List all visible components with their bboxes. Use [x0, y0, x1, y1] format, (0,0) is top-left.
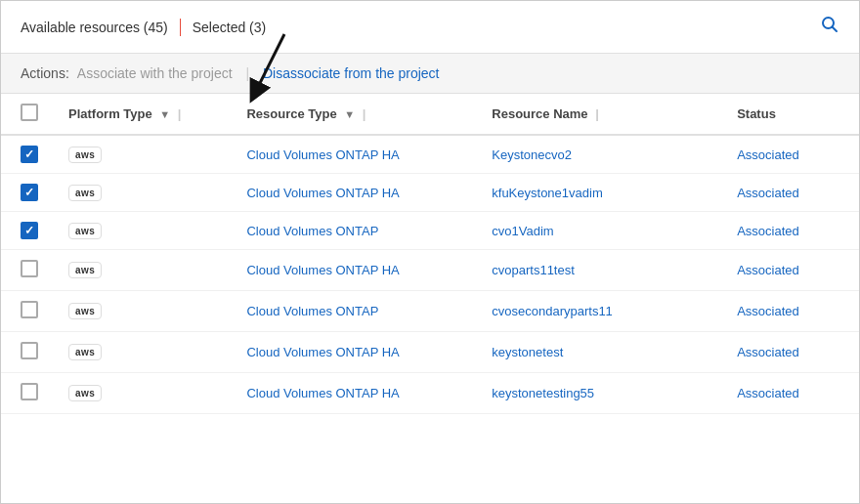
- row-5-status: Associated: [725, 332, 859, 373]
- row-3-resource-name: cvoparts11test: [480, 250, 725, 291]
- svg-line-1: [833, 27, 838, 32]
- col-status-header: Status: [725, 94, 859, 135]
- row-3-checkbox-cell: [1, 250, 57, 291]
- resource-name-label: Resource Name: [492, 106, 587, 121]
- row-4-aws-badge: aws: [68, 303, 102, 319]
- disassociate-link[interactable]: Disassociate from the project: [263, 65, 440, 81]
- row-4-status-text: Associated: [737, 304, 799, 318]
- row-0-resource-name: Keystonecvo2: [480, 135, 725, 174]
- row-5-resource-type-link[interactable]: Cloud Volumes ONTAP HA: [246, 345, 399, 359]
- col-checkbox-header[interactable]: [1, 94, 57, 135]
- row-6-checkbox-cell: [1, 373, 57, 414]
- row-6-resource-name: keystonetesting55: [480, 373, 725, 414]
- row-1-resource-type-link[interactable]: Cloud Volumes ONTAP HA: [246, 186, 399, 200]
- table-row: awsCloud Volumes ONTAPcvo1VadimAssociate…: [1, 212, 859, 250]
- row-2-resource-type-link[interactable]: Cloud Volumes ONTAP: [246, 224, 378, 238]
- actions-bar: Actions: Associate with the project | Di…: [1, 54, 859, 94]
- row-2-aws-badge: aws: [68, 223, 102, 239]
- row-0-checkbox[interactable]: [21, 146, 38, 163]
- row-0-resource-type: Cloud Volumes ONTAP HA: [235, 135, 480, 174]
- col-resource-type-header: Resource Type ▼ |: [235, 94, 480, 135]
- row-0-resource-name-link[interactable]: Keystonecvo2: [492, 147, 572, 162]
- row-1-status-text: Associated: [737, 186, 799, 200]
- row-4-checkbox-cell: [1, 291, 57, 332]
- row-6-checkbox[interactable]: [21, 383, 38, 400]
- resource-table-wrapper: Platform Type ▼ | Resource Type ▼ | Reso…: [1, 94, 859, 503]
- search-button[interactable]: [820, 15, 839, 39]
- row-4-resource-name-link[interactable]: cvosecondaryparts11: [492, 304, 613, 318]
- row-3-resource-type-link[interactable]: Cloud Volumes ONTAP HA: [246, 263, 399, 277]
- row-1-checkbox[interactable]: [21, 184, 38, 201]
- row-4-checkbox[interactable]: [21, 301, 38, 318]
- row-6-status-text: Associated: [737, 386, 799, 400]
- row-3-resource-type: Cloud Volumes ONTAP HA: [235, 250, 480, 291]
- row-4-status: Associated: [725, 291, 859, 332]
- row-6-status: Associated: [725, 373, 859, 414]
- row-2-status-text: Associated: [737, 224, 799, 238]
- actions-label: Actions:: [21, 65, 69, 81]
- row-2-resource-name: cvo1Vadim: [480, 212, 725, 250]
- row-6-resource-type: Cloud Volumes ONTAP HA: [235, 373, 480, 414]
- row-0-status: Associated: [725, 135, 859, 174]
- row-2-resource-name-link[interactable]: cvo1Vadim: [492, 224, 553, 238]
- col-platform-header: Platform Type ▼ |: [57, 94, 235, 135]
- row-5-checkbox[interactable]: [21, 342, 38, 359]
- row-0-platform: aws: [57, 135, 235, 174]
- table-row: awsCloud Volumes ONTAP HAcvoparts11testA…: [1, 250, 859, 291]
- table-row: awsCloud Volumes ONTAPcvosecondaryparts1…: [1, 291, 859, 332]
- platform-type-label: Platform Type: [68, 106, 152, 121]
- row-4-resource-type-link[interactable]: Cloud Volumes ONTAP: [246, 304, 378, 318]
- resource-table: Platform Type ▼ | Resource Type ▼ | Reso…: [1, 94, 859, 414]
- row-4-resource-name: cvosecondaryparts11: [480, 291, 725, 332]
- header-separator: [180, 19, 181, 36]
- row-1-resource-name-link[interactable]: kfuKeystone1vadim: [492, 186, 602, 200]
- row-5-resource-type: Cloud Volumes ONTAP HA: [235, 332, 480, 373]
- row-5-resource-name-link[interactable]: keystonetest: [492, 345, 563, 359]
- row-1-resource-type: Cloud Volumes ONTAP HA: [235, 174, 480, 212]
- col-sep-1: |: [174, 106, 186, 121]
- row-0-aws-badge: aws: [68, 147, 102, 163]
- row-5-status-text: Associated: [737, 345, 799, 359]
- selected-label: Selected (3): [193, 20, 266, 35]
- table-row: awsCloud Volumes ONTAP HAkeystonetesting…: [1, 373, 859, 414]
- row-6-platform: aws: [57, 373, 235, 414]
- status-label: Status: [737, 106, 776, 121]
- table-row: awsCloud Volumes ONTAP HAkeystonetestAss…: [1, 332, 859, 373]
- associate-link[interactable]: Associate with the project: [77, 65, 233, 81]
- row-4-resource-type: Cloud Volumes ONTAP: [235, 291, 480, 332]
- row-0-status-text: Associated: [737, 147, 799, 162]
- row-1-status: Associated: [725, 174, 859, 212]
- row-2-platform: aws: [57, 212, 235, 250]
- table-row: awsCloud Volumes ONTAP HAkfuKeystone1vad…: [1, 174, 859, 212]
- row-3-status-text: Associated: [737, 263, 799, 277]
- row-5-aws-badge: aws: [68, 344, 102, 360]
- row-1-aws-badge: aws: [68, 185, 102, 201]
- row-5-checkbox-cell: [1, 332, 57, 373]
- platform-filter-icon[interactable]: ▼: [159, 108, 170, 120]
- row-2-checkbox-cell: [1, 212, 57, 250]
- action-separator: |: [242, 65, 253, 81]
- row-6-resource-name-link[interactable]: keystonetesting55: [492, 386, 594, 400]
- row-3-checkbox[interactable]: [21, 260, 38, 277]
- row-5-platform: aws: [57, 332, 235, 373]
- row-2-checkbox[interactable]: [21, 222, 38, 239]
- table-header-row: Platform Type ▼ | Resource Type ▼ | Reso…: [1, 94, 859, 135]
- row-0-resource-type-link[interactable]: Cloud Volumes ONTAP HA: [246, 147, 399, 162]
- row-5-resource-name: keystonetest: [480, 332, 725, 373]
- select-all-checkbox[interactable]: [21, 104, 38, 121]
- table-row: awsCloud Volumes ONTAP HAKeystonecvo2Ass…: [1, 135, 859, 174]
- resource-type-filter-icon[interactable]: ▼: [344, 108, 355, 120]
- row-1-checkbox-cell: [1, 174, 57, 212]
- row-3-platform: aws: [57, 250, 235, 291]
- resource-type-label: Resource Type: [246, 106, 336, 121]
- table-body: awsCloud Volumes ONTAP HAKeystonecvo2Ass…: [1, 135, 859, 414]
- row-6-aws-badge: aws: [68, 385, 102, 401]
- available-resources-label: Available resources (45): [21, 20, 168, 35]
- header-bar: Available resources (45) Selected (3): [1, 1, 859, 54]
- col-sep-2: |: [359, 106, 370, 121]
- row-3-aws-badge: aws: [68, 262, 102, 278]
- row-2-status: Associated: [725, 212, 859, 250]
- row-6-resource-type-link[interactable]: Cloud Volumes ONTAP HA: [246, 386, 399, 400]
- row-3-resource-name-link[interactable]: cvoparts11test: [492, 263, 575, 277]
- col-sep-3: |: [591, 106, 603, 121]
